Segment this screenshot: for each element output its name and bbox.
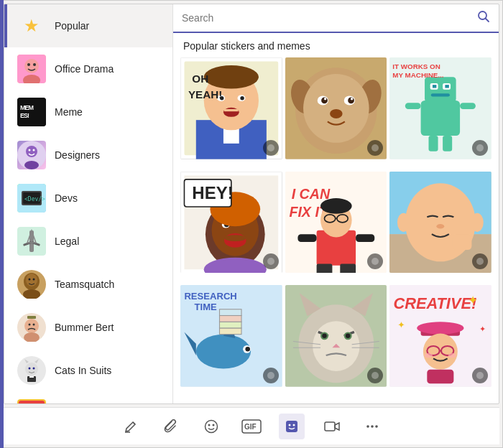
svg-point-124 [397,213,410,231]
svg-point-57 [240,96,244,100]
svg-marker-180 [335,423,339,430]
sticker-grumpy-cat[interactable] [285,285,387,387]
sticker-badge-1 [263,140,279,156]
sidebar-item-teamsquatch[interactable]: Teamsquatch [4,263,172,306]
svg-point-58 [223,108,239,117]
svg-text:I CAN: I CAN [291,186,330,202]
more-button[interactable] [359,414,385,439]
svg-point-11 [29,149,31,151]
sidebar-item-bummer-bert[interactable]: Bummer Bert [4,306,172,349]
sidebar-item-devs[interactable]: <Dev/> Devs [4,177,172,220]
emoji-button[interactable] [198,414,224,439]
svg-point-75 [372,144,379,151]
svg-point-38 [29,368,31,370]
sticker-it-works[interactable]: IT WORKS ON MY MACHINE... [389,57,492,159]
svg-point-169 [476,372,484,379]
format-button[interactable] [118,414,144,439]
sidebar-item-label-legal: Legal [55,235,79,247]
svg-rect-85 [460,103,476,109]
svg-text:IT WORKS ON: IT WORKS ON [393,62,440,70]
svg-rect-176 [286,421,297,432]
svg-text:OH: OH [192,73,208,85]
sidebar-item-meme[interactable]: MEM ES! Meme [4,90,172,134]
svg-point-171 [206,420,218,432]
sidebar-item-label-bummer-bert: Bummer Bert [55,322,114,333]
svg-point-183 [375,425,378,428]
svg-text:CREATIVE!: CREATIVE! [394,294,477,312]
svg-point-72 [324,98,326,100]
svg-point-29 [24,319,39,333]
svg-point-1 [24,59,39,73]
popular-icon: ★ [17,11,46,40]
svg-point-125 [471,213,484,231]
legal-icon [17,227,46,256]
svg-point-161 [417,322,463,335]
svg-point-90 [476,144,484,151]
sticker-badge-4 [263,253,279,269]
svg-point-147 [322,334,327,339]
sidebar-item-office-drama[interactable]: Office Drama [4,47,172,90]
video-button[interactable] [319,414,345,439]
svg-point-35 [25,363,38,375]
svg-line-47 [486,19,489,22]
content-area: Popular stickers and memes [173,4,499,403]
search-icon [477,10,490,26]
svg-rect-131 [219,328,241,335]
svg-text:<Dev/>: <Dev/> [24,196,45,202]
svg-rect-41 [29,376,34,378]
sidebar-item-label-teamsquatch: Teamsquatch [55,279,114,290]
sidebar-item-label-meme: Meme [55,106,83,118]
svg-point-172 [208,424,211,426]
svg-point-136 [245,347,250,352]
sidebar-item-cats-in-suits[interactable]: Cats In Suits [4,349,172,392]
svg-text:RESEARCH: RESEARCH [184,291,236,302]
svg-point-98 [224,235,246,241]
sticker-badge-9 [472,368,488,383]
svg-rect-116 [340,263,356,273]
svg-text:ES!: ES! [20,112,29,119]
search-bar [173,4,499,33]
svg-point-162 [423,334,458,370]
office-drama-icon [17,55,46,83]
sidebar-item-label-office-drama: Office Drama [55,63,114,75]
sidebar-item-popular[interactable]: ★ Popular [4,4,172,47]
sticker-hey[interactable]: HEY! [180,172,282,274]
svg-rect-122 [453,234,472,250]
svg-point-4 [33,63,36,66]
svg-point-30 [29,324,31,326]
sidebar-item-word-art[interactable]: AWE SOME Word Art [4,392,172,403]
designers-icon [17,141,46,169]
svg-point-109 [320,198,352,214]
sidebar-item-designers[interactable]: Designers [4,134,172,177]
devs-icon: <Dev/> [17,184,46,213]
meme-icon: MEM ES! [17,98,46,126]
svg-point-117 [372,258,379,265]
svg-rect-78 [425,77,456,102]
svg-point-177 [289,424,291,426]
svg-point-182 [371,425,374,428]
app-container: ★ Popular Office Drama [0,0,503,448]
svg-point-53 [204,65,259,89]
svg-point-26 [33,279,35,281]
svg-rect-115 [316,263,332,273]
sticker-button[interactable] [279,414,305,439]
sticker-i-can-fix[interactable]: I CAN FIX IT [285,172,387,274]
svg-point-74 [330,109,342,118]
sidebar-item-legal[interactable]: Legal [4,220,172,263]
gif-button[interactable]: GIF [239,414,264,439]
svg-point-167 [448,353,456,358]
sticker-success-kid[interactable] [389,172,492,274]
sticker-badge-7 [263,368,279,383]
sticker-doge[interactable] [285,57,387,159]
svg-rect-114 [356,234,374,242]
sticker-oh-yeah[interactable]: OH YEAH! [180,57,282,159]
sticker-creative[interactable]: CREATIVE! ✦ ✦ ✦ [389,285,492,387]
svg-rect-133 [219,316,241,322]
svg-rect-84 [405,103,421,109]
svg-rect-83 [431,93,450,96]
accent-bar [0,0,4,448]
sticker-grid: OH YEAH! [173,57,499,403]
sticker-research-time[interactable]: RESEARCH TIME [180,285,282,387]
attach-button[interactable] [158,414,184,439]
search-input[interactable] [182,12,477,24]
